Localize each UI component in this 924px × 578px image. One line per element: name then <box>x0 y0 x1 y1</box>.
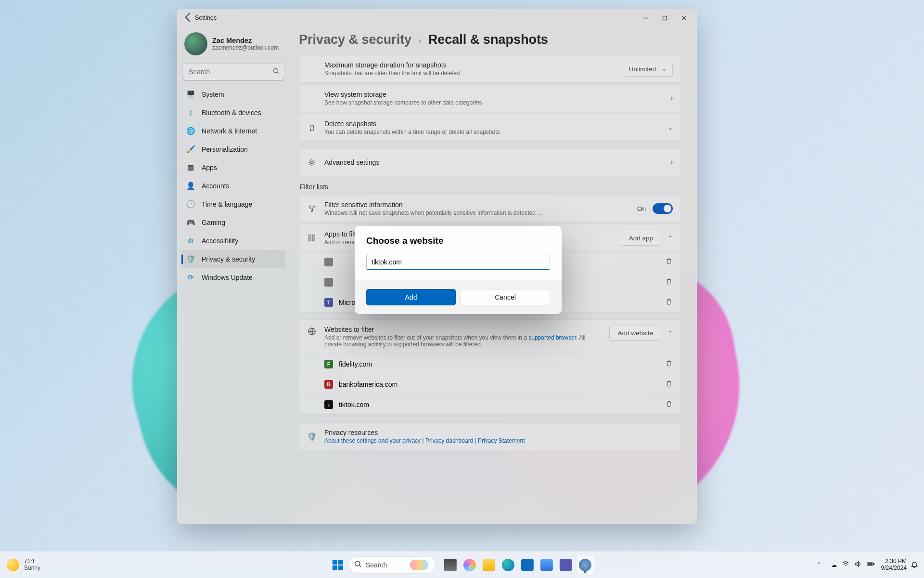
explorer-icon <box>483 559 495 571</box>
taskbar-clock[interactable]: 2:30 PM 9/24/2024 <box>881 558 907 572</box>
edge-icon <box>502 559 514 571</box>
taskbar-app-settings[interactable] <box>576 556 594 574</box>
notifications-button[interactable] <box>910 558 919 572</box>
taskbar: 71°F Sunny Search ˄ ☁ <box>0 551 924 578</box>
onedrive-icon: ☁ <box>831 562 837 568</box>
taskbar-app-phone[interactable] <box>538 556 556 574</box>
sun-icon <box>7 559 19 571</box>
phone-icon <box>540 559 553 571</box>
windows-logo-icon <box>333 560 343 570</box>
chevron-up-icon: ˄ <box>818 562 821 568</box>
start-button[interactable] <box>330 557 346 573</box>
weather-cond: Sunny <box>24 565 40 572</box>
volume-icon <box>854 560 862 569</box>
choose-website-dialog: Choose a website Add Cancel <box>355 226 562 314</box>
taskbar-app-copilot[interactable] <box>461 556 479 574</box>
tray-overflow[interactable]: ˄ <box>814 560 824 570</box>
taskbar-search-label: Search <box>366 561 387 569</box>
battery-icon <box>867 560 874 569</box>
taskbar-app-teams[interactable] <box>557 556 575 574</box>
taskbar-search[interactable]: Search <box>349 556 436 574</box>
website-input[interactable] <box>366 254 550 270</box>
settings-icon <box>579 559 591 571</box>
store-icon <box>521 559 534 571</box>
svg-point-8 <box>355 561 360 566</box>
weather-widget[interactable]: 71°F Sunny <box>0 558 40 572</box>
search-flourish-icon <box>410 560 428 570</box>
search-icon <box>354 560 362 569</box>
taskbar-app-taskview[interactable] <box>441 556 460 574</box>
cancel-button[interactable]: Cancel <box>461 289 550 305</box>
taskbar-app-explorer[interactable] <box>480 556 498 574</box>
taskbar-apps <box>441 556 594 574</box>
svg-rect-10 <box>873 563 874 565</box>
teams-icon <box>560 559 572 571</box>
weather-temp: 71°F <box>24 558 40 565</box>
wifi-icon <box>842 560 849 569</box>
taskbar-app-store[interactable] <box>518 556 537 574</box>
dialog-title: Choose a website <box>355 226 562 248</box>
svg-rect-11 <box>868 563 872 565</box>
taskbar-app-edge[interactable] <box>499 556 517 574</box>
settings-window: Settings Zac Mendez zacmendez@outlook.co… <box>177 9 697 524</box>
add-button[interactable]: Add <box>366 289 456 305</box>
taskview-icon <box>444 559 457 571</box>
clock-time: 2:30 PM <box>881 558 907 565</box>
clock-date: 9/24/2024 <box>881 565 907 572</box>
copilot-icon <box>463 559 476 571</box>
tray-icons[interactable]: ☁ <box>827 558 878 571</box>
